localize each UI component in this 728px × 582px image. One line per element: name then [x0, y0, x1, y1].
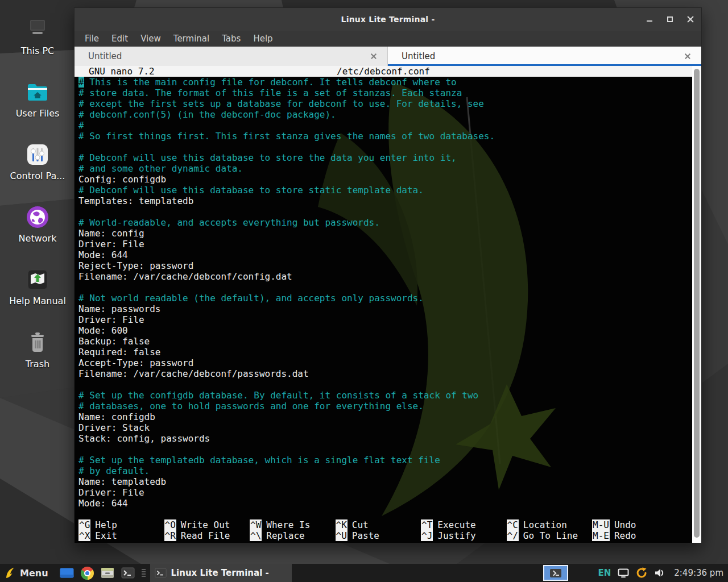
- tab-label: Untitled: [402, 51, 435, 61]
- menu-item-help[interactable]: Help: [247, 32, 279, 45]
- desktop-icons: This PC User Files Co: [0, 0, 75, 546]
- shortcut-column: ^KCut^UPaste: [336, 519, 421, 541]
- display-icon: [618, 568, 629, 578]
- network-globe-icon: [24, 203, 51, 231]
- tab-close-icon[interactable]: [370, 53, 377, 60]
- tab-close-icon[interactable]: [684, 53, 691, 60]
- shortcut-item: ^UPaste: [336, 530, 421, 541]
- this-pc-icon: [24, 16, 51, 43]
- volume-icon: [654, 568, 665, 578]
- editor-line: # Set up the configdb database. By defau…: [78, 390, 692, 401]
- shortcut-key: M-U: [592, 519, 610, 530]
- editor-line: Driver: File: [78, 239, 692, 250]
- shortcut-label: Cut: [352, 519, 369, 530]
- editor-line: Filename: /var/cache/debconf/config.dat: [78, 271, 692, 282]
- scrollbar[interactable]: [692, 66, 701, 543]
- shortcut-item: M-ERedo: [592, 530, 678, 541]
- editor-line: # except the first sets up a database fo…: [78, 98, 692, 109]
- desktop-icon-network[interactable]: Network: [0, 203, 75, 244]
- nano-header: GNU nano 7.2 /etc/debconf.conf: [75, 66, 692, 77]
- shortcut-column: M-UUndoM-ERedo: [592, 519, 678, 541]
- clock[interactable]: 2:49:36 pm: [674, 568, 723, 578]
- maximize-button[interactable]: [666, 15, 674, 23]
- editor-line: # store data. The format of this file is…: [78, 88, 692, 98]
- taskbar: Menu: [0, 564, 728, 582]
- editor-line: Name: passwords: [78, 304, 692, 314]
- shortcut-item: ^OWrite Out: [164, 519, 250, 530]
- shortcut-key: ^/: [507, 530, 519, 541]
- editor-line: # So first things first. This first stan…: [78, 131, 692, 142]
- launcher-chrome[interactable]: [81, 567, 94, 580]
- desktop-icon-user-files[interactable]: User Files: [0, 78, 75, 119]
- desktop-icon-trash[interactable]: Trash: [0, 329, 75, 369]
- shortcut-item: ^CLocation: [507, 519, 593, 530]
- editor-line: Config: configdb: [78, 174, 692, 185]
- editor-line: # databases, one to hold passwords and o…: [78, 401, 692, 411]
- shortcut-item: ^GHelp: [78, 519, 164, 530]
- desktop-icon-this-pc[interactable]: This PC: [0, 16, 75, 56]
- tab-untitled-2[interactable]: Untitled: [388, 47, 701, 66]
- control-panel-sliders-icon: [24, 141, 51, 168]
- editor-line: [78, 282, 692, 293]
- shortcut-label: Help: [95, 519, 117, 530]
- titlebar[interactable]: Linux Lite Terminal -: [75, 8, 701, 31]
- minimize-button[interactable]: [646, 15, 653, 23]
- trash-can-icon: [24, 329, 51, 356]
- close-button[interactable]: [686, 15, 694, 23]
- shortcut-item: ^KCut: [336, 519, 421, 530]
- display-tray-button[interactable]: [618, 568, 629, 578]
- shortcut-key: ^G: [78, 519, 90, 530]
- updates-tray-button[interactable]: [635, 567, 648, 579]
- shortcut-label: Redo: [614, 530, 636, 541]
- shortcut-column: ^GHelp^XExit: [78, 519, 164, 541]
- tab-untitled-1[interactable]: Untitled: [75, 47, 388, 66]
- shortcut-label: Read File: [181, 530, 230, 541]
- scrollbar-thumb[interactable]: [694, 69, 700, 538]
- text-cursor: #: [78, 77, 84, 88]
- editor-line: Driver: File: [78, 487, 692, 498]
- editor-line: Mode: 644: [78, 250, 692, 260]
- editor-line: Templates: templatedb: [78, 196, 692, 206]
- editor-line: Backup: false: [78, 336, 692, 347]
- menu-item-file[interactable]: File: [78, 32, 105, 45]
- editor-line: Required: false: [78, 347, 692, 357]
- desktop-icon-help-manual[interactable]: Help Manual: [0, 266, 75, 306]
- shortcut-item: ^WWhere Is: [250, 519, 336, 530]
- editor-line: Name: configdb: [78, 411, 692, 422]
- shortcut-column: ^TExecute^JJustify: [421, 519, 507, 541]
- editor-line: Driver: File: [78, 314, 692, 325]
- desktop-icon-label: Trash: [0, 359, 75, 369]
- nano-filename: /etc/debconf.conf: [75, 66, 692, 77]
- window-list-handle[interactable]: [142, 568, 146, 578]
- start-menu-button[interactable]: Menu: [0, 567, 53, 579]
- shortcut-item: M-UUndo: [592, 519, 678, 530]
- task-button-terminal[interactable]: Linux Lite Terminal -: [150, 564, 292, 582]
- shortcut-key: ^W: [250, 519, 262, 530]
- editor-line: [78, 379, 692, 390]
- launcher-terminal[interactable]: [121, 567, 135, 579]
- menu-item-view[interactable]: View: [134, 32, 167, 45]
- tab-label: Untitled: [88, 51, 122, 61]
- desktop: This PC User Files Co: [0, 0, 728, 582]
- editor-line: [78, 206, 692, 217]
- desktop-icon-control-panel[interactable]: Control Pa...: [0, 141, 75, 181]
- menu-item-edit[interactable]: Edit: [105, 32, 134, 45]
- editor-line: # Set up the templatedb database, which …: [78, 455, 692, 465]
- shortcut-label: Location: [523, 519, 567, 530]
- editor-line: # Not world readable (the default), and …: [78, 293, 692, 304]
- desktop-icon-label: This PC: [0, 46, 75, 56]
- shortcut-item: ^RRead File: [164, 530, 250, 541]
- launcher-archive[interactable]: [101, 567, 114, 579]
- nano-footer: ^GHelp^XExit^OWrite Out^RRead File^WWher…: [75, 519, 692, 541]
- volume-tray-button[interactable]: [654, 568, 665, 578]
- menu-item-tabs[interactable]: Tabs: [216, 32, 247, 45]
- launcher-file-manager[interactable]: [60, 567, 74, 579]
- terminal-screen[interactable]: GNU nano 7.2 /etc/debconf.conf # This is…: [75, 66, 692, 543]
- language-indicator[interactable]: EN: [598, 568, 611, 578]
- menu-item-terminal[interactable]: Terminal: [167, 32, 216, 45]
- tray-terminal-indicator[interactable]: [543, 565, 568, 581]
- linux-lite-logo-icon: [5, 567, 16, 579]
- terminal-window: Linux Lite Terminal - FileEditViewTermin…: [74, 7, 702, 543]
- terminal-glyph-icon: [550, 569, 561, 577]
- shortcut-label: Replace: [266, 530, 304, 541]
